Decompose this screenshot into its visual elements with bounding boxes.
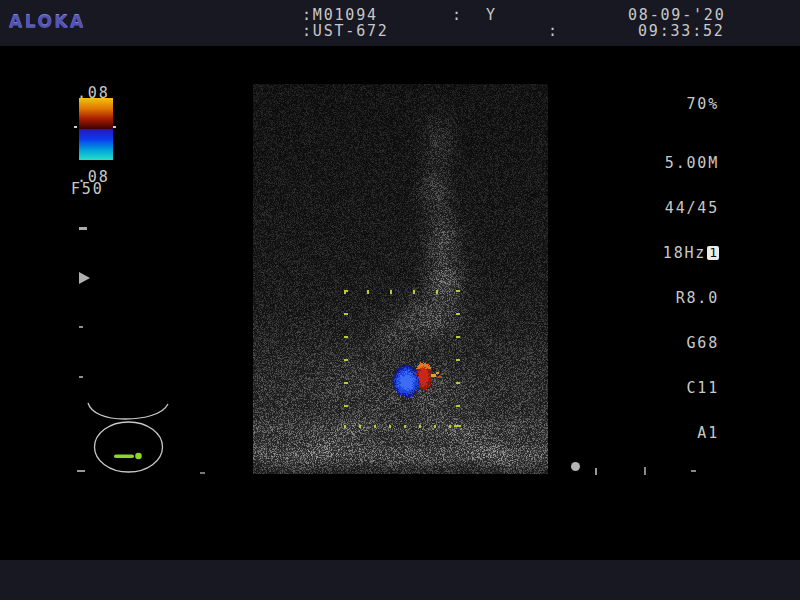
acoustic-power: 70% [663, 97, 719, 112]
footer-bar: 14:Prostate Probe:672LN [0, 560, 800, 600]
header-bar: ALOKA :M01094 : Y 08-09-'20 :UST-672 : 0… [0, 0, 800, 46]
bottom-tick-5 [691, 470, 696, 472]
colorbar-reverse-gradient [79, 129, 113, 160]
probe-position-dot [135, 453, 142, 460]
frame-rate: 18Hz1 [663, 246, 719, 261]
frame-rate-badge: 1 [707, 246, 719, 260]
imaging-params: 70% 5.00M 44/45 18Hz1 R8.0 G68 C11 A1 [663, 67, 719, 471]
tgc-indicator-dot [571, 462, 580, 471]
depth-scale-dot-1 [79, 326, 83, 328]
body-mark-upper-curve [88, 403, 168, 419]
ultrasound-image [253, 84, 548, 474]
body-mark-gland-outline [95, 422, 163, 472]
focus-arrow-icon [79, 272, 90, 284]
gain: G68 [663, 336, 719, 351]
header-separator-2: : [548, 22, 559, 40]
colorbar-baseline-tick-right [113, 126, 116, 128]
depth-scale-tick [79, 227, 87, 230]
frame-counter: 44/45 [663, 201, 719, 216]
bottom-tick-1 [77, 470, 85, 472]
a-parameter: A1 [663, 426, 719, 441]
time-display: 09:33:52 [638, 22, 725, 40]
probe-position-line [114, 455, 134, 458]
wall-filter-label: F50 [71, 180, 104, 198]
ultrasound-console-screen: ALOKA :M01094 : Y 08-09-'20 :UST-672 : 0… [0, 0, 800, 600]
dynamic-range: R8.0 [663, 291, 719, 306]
body-mark-icon [75, 393, 215, 481]
doppler-colorbar [79, 98, 113, 160]
transducer-id: :UST-672 [302, 22, 389, 40]
header-flag: Y [486, 6, 497, 24]
bottom-tick-4 [644, 467, 646, 475]
aloka-logo: ALOKA [9, 12, 86, 32]
frequency: 5.00M [663, 156, 719, 171]
bottom-tick-3 [595, 468, 597, 475]
contour: C11 [663, 381, 719, 396]
bottom-tick-2 [200, 472, 205, 474]
colorbar-forward-gradient [79, 98, 113, 129]
colorbar-baseline-tick-left [74, 126, 77, 128]
header-separator-1: : [452, 6, 463, 24]
depth-scale-dot-2 [79, 376, 83, 378]
